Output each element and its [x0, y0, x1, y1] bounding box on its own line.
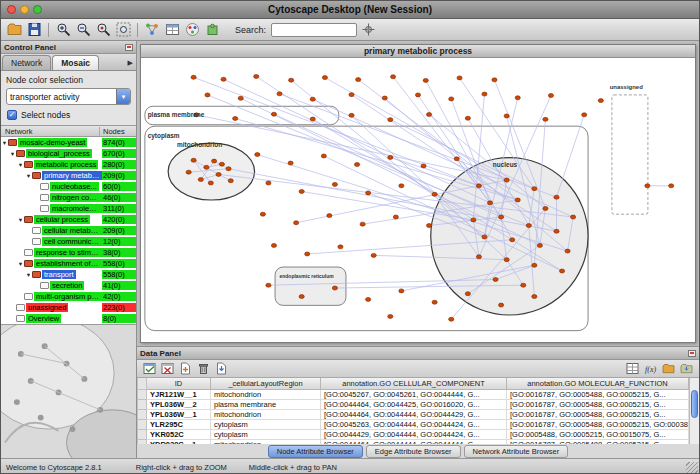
network-node[interactable]	[266, 283, 271, 287]
network-node[interactable]	[388, 314, 393, 318]
network-node[interactable]	[186, 170, 191, 174]
tree-item[interactable]: ▼cellular process420(0)	[1, 214, 136, 225]
tree-item[interactable]: Overview8(0)	[1, 313, 136, 324]
network-node[interactable]	[305, 252, 310, 256]
save-attribute-file-icon[interactable]	[679, 361, 694, 376]
network-node[interactable]	[499, 303, 504, 307]
column-header[interactable]: annotation.GO MOLECULAR_FUNCTION	[507, 378, 689, 389]
unselect-attributes-icon[interactable]	[160, 361, 175, 376]
network-node[interactable]	[449, 97, 454, 101]
network-node[interactable]	[221, 77, 226, 81]
network-node[interactable]	[543, 117, 548, 121]
float-panel-icon[interactable]	[688, 350, 696, 357]
network-node[interactable]	[399, 289, 404, 293]
network-node[interactable]	[266, 181, 271, 185]
network-node[interactable]	[423, 78, 428, 82]
expander-icon[interactable]: ▼	[17, 162, 24, 168]
network-node[interactable]	[219, 162, 224, 166]
network-node[interactable]	[254, 74, 259, 78]
table-row[interactable]: YDR039C__1mitochondrion[GO:0044464, GO:0…	[138, 439, 689, 444]
attribute-grid-icon[interactable]	[163, 21, 181, 39]
network-node[interactable]	[349, 113, 354, 117]
network-node[interactable]	[212, 159, 217, 163]
network-node[interactable]	[382, 96, 387, 100]
table-row[interactable]: YPL036W__2plasma membrane[GO:0044464, GO…	[138, 399, 689, 409]
network-node[interactable]	[449, 317, 454, 321]
formula-builder-icon[interactable]: f(x)	[643, 361, 658, 376]
delete-attribute-icon[interactable]	[196, 361, 211, 376]
network-node[interactable]	[321, 154, 326, 158]
network-node[interactable]	[366, 191, 371, 195]
scrollbar-thumb[interactable]	[691, 390, 698, 418]
network-node[interactable]	[471, 218, 476, 222]
network-node[interactable]	[393, 215, 398, 219]
network-node[interactable]	[492, 78, 497, 82]
network-node[interactable]	[537, 243, 542, 247]
network-node[interactable]	[310, 97, 315, 101]
network-node[interactable]	[388, 155, 393, 159]
new-attribute-icon[interactable]	[178, 361, 193, 376]
first-neighbors-icon[interactable]	[143, 21, 161, 39]
tree-item[interactable]: multi-organism pro...42(0)	[1, 291, 136, 302]
network-node[interactable]	[554, 195, 559, 199]
network-node[interactable]	[421, 164, 426, 168]
expander-icon[interactable]: ▼	[1, 140, 8, 146]
tab-edge-attribute-browser[interactable]: Edge Attribute Browser	[366, 445, 461, 458]
network-node[interactable]	[208, 181, 213, 185]
attribute-matrix-icon[interactable]	[625, 361, 640, 376]
network-node[interactable]	[226, 167, 231, 171]
birds-eye-view[interactable]	[1, 324, 136, 458]
tree-item[interactable]: unassigned223(0)	[1, 302, 136, 313]
network-node[interactable]	[510, 238, 515, 242]
network-node[interactable]	[559, 269, 564, 273]
network-node[interactable]	[260, 212, 265, 216]
network-node[interactable]	[465, 116, 470, 120]
network-node[interactable]	[457, 76, 462, 80]
network-node[interactable]	[504, 258, 509, 262]
tree-item[interactable]: ▼biological_process670(0)	[1, 148, 136, 159]
network-node[interactable]	[356, 78, 361, 82]
network-node[interactable]	[465, 292, 470, 296]
network-node[interactable]	[454, 157, 459, 161]
tree-item[interactable]: cellular metabo...209(0)	[1, 225, 136, 236]
network-node[interactable]	[390, 75, 395, 79]
network-node[interactable]	[482, 235, 487, 239]
expander-icon[interactable]: ▼	[17, 217, 24, 223]
network-node[interactable]	[426, 113, 431, 117]
network-node[interactable]	[399, 184, 404, 188]
network-node[interactable]	[504, 114, 509, 118]
network-node[interactable]	[191, 158, 196, 162]
network-node[interactable]	[532, 295, 537, 299]
network-node[interactable]	[476, 184, 481, 188]
network-node[interactable]	[366, 297, 371, 301]
network-node[interactable]	[565, 249, 570, 253]
network-node[interactable]	[543, 207, 548, 211]
table-row[interactable]: YLR295Ccytoplasm[GO:0045263, GO:0044444,…	[138, 419, 689, 429]
network-node[interactable]	[482, 92, 487, 96]
network-node[interactable]	[415, 93, 420, 97]
expander-icon[interactable]: ▼	[25, 272, 32, 278]
network-node[interactable]	[277, 92, 282, 96]
tree-item[interactable]: ▼establishment of lo...558(0)	[1, 258, 136, 269]
network-node[interactable]	[299, 295, 304, 299]
network-node[interactable]	[360, 222, 365, 226]
window-titlebar[interactable]: Cytoscape Desktop (New Session)	[1, 1, 699, 19]
column-header[interactable]: ID	[147, 378, 211, 389]
network-node[interactable]	[645, 184, 650, 188]
network-node[interactable]	[426, 224, 431, 228]
table-row[interactable]: YJR121W__1mitochondrion[GO:0045267, GO:0…	[138, 389, 689, 399]
network-node[interactable]	[255, 153, 260, 157]
tree-item[interactable]: macromolecule...311(0)	[1, 203, 136, 214]
network-node[interactable]	[191, 75, 196, 79]
tree-column-network[interactable]: Network	[1, 127, 100, 136]
dropdown-arrow-icon[interactable]: ▼	[116, 89, 130, 104]
table-row[interactable]: YKR052Ccytoplasm[GO:0044429, GO:0044444,…	[138, 429, 689, 439]
import-attributes-icon[interactable]	[214, 361, 229, 376]
tree-column-nodes[interactable]: Nodes	[100, 127, 136, 136]
network-node[interactable]	[532, 263, 537, 267]
network-edge[interactable]	[274, 114, 501, 217]
open-attribute-file-icon[interactable]	[661, 361, 676, 376]
network-node[interactable]	[310, 117, 315, 121]
tree-item[interactable]: ▼primary metabo...209(0)	[1, 170, 136, 181]
zoom-in-icon[interactable]	[54, 21, 72, 39]
